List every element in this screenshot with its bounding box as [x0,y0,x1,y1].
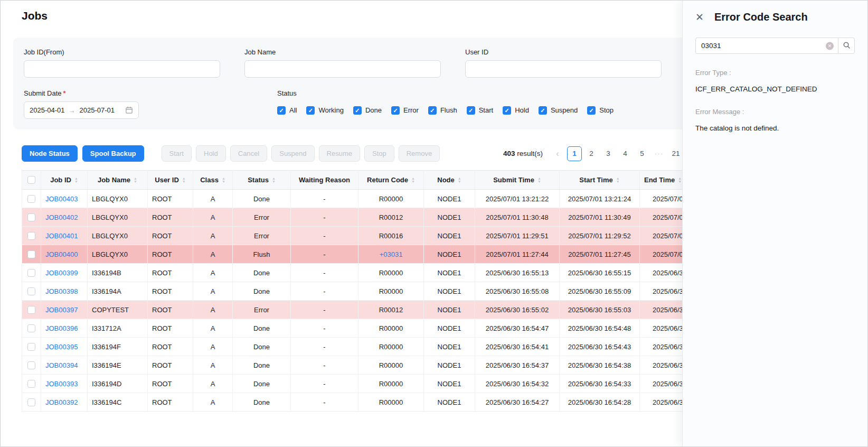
column-header-submit_time[interactable]: Submit Time▲▼ [475,171,560,190]
table-row[interactable]: JOB00396I331712AROOTADone-R00000NODE1202… [22,319,719,338]
row-checkbox[interactable] [27,361,35,369]
pagination-page-3[interactable]: 3 [601,146,616,161]
table-row[interactable]: JOB00400LBGLQYX0ROOTAFlush-+03031NODE120… [22,245,719,264]
pagination-prev-icon[interactable]: ‹ [550,146,565,161]
return-code-link[interactable]: +03031 [380,250,403,258]
cell-node: NODE1 [424,319,475,338]
job-id-link[interactable]: JOB00397 [45,306,78,314]
cell-job_id[interactable]: JOB00398 [41,282,88,301]
row-checkbox-cell [22,375,41,393]
cell-return_code[interactable]: +03031 [358,245,424,264]
cell-job_id[interactable]: JOB00403 [41,190,88,208]
column-header-job_id[interactable]: Job ID▲▼ [41,171,88,190]
select-all-checkbox[interactable] [27,176,35,184]
checkbox-checked-icon: ✓ [539,106,547,115]
job-id-input[interactable] [24,60,220,78]
table-row[interactable]: JOB00394I336194EROOTADone-R00000NODE1202… [22,356,719,375]
job-id-link[interactable]: JOB00395 [45,343,78,351]
job-id-link[interactable]: JOB00396 [45,324,78,332]
cell-job_id[interactable]: JOB00394 [41,356,88,375]
table-row[interactable]: JOB00401LBGLQYX0ROOTAError-R00016NODE120… [22,227,719,245]
column-header-return_code[interactable]: Return Code▲▼ [358,171,424,190]
row-checkbox[interactable] [27,343,35,351]
row-checkbox[interactable] [27,250,35,258]
column-header-user_id[interactable]: User ID▲▼ [148,171,193,190]
table-row[interactable]: JOB00393I336194DROOTADone-R00000NODE1202… [22,375,719,393]
submit-date-range-picker[interactable]: 2025-04-01 → 2025-07-01 [24,101,139,119]
cell-job_id[interactable]: JOB00400 [41,245,88,264]
pagination-ellipsis[interactable]: ··· [652,146,666,161]
status-checkbox-working[interactable]: ✓Working [306,106,343,115]
table-row[interactable]: JOB00392I336194CROOTADone-R00000NODE1202… [22,393,719,412]
user-id-input[interactable] [465,60,662,78]
pagination-page-21[interactable]: 21 [668,146,683,161]
cell-waiting_reason: - [291,227,358,245]
cell-job_id[interactable]: JOB00392 [41,393,88,412]
search-button[interactable] [838,38,855,54]
error-code-search-panel: ✕ Error Code Search ✕ Error Type : ICF_E… [682,1,867,446]
pagination-page-1[interactable]: 1 [567,146,582,161]
status-checkbox-all[interactable]: ✓All [277,106,297,115]
job-id-link[interactable]: JOB00401 [45,232,78,240]
pagination-page-2[interactable]: 2 [584,146,599,161]
spool-backup-button[interactable]: Spool Backup [82,145,144,162]
cell-class: A [193,208,233,227]
job-name-input[interactable] [244,60,441,78]
pagination-page-4[interactable]: 4 [618,146,633,161]
cell-waiting_reason: - [291,319,358,338]
column-header-class[interactable]: Class▲▼ [193,171,233,190]
job-id-link[interactable]: JOB00394 [45,361,78,369]
status-checkbox-error[interactable]: ✓Error [391,106,419,115]
status-checkbox-suspend[interactable]: ✓Suspend [539,106,578,115]
cell-status: Done [233,282,291,301]
cell-job_id[interactable]: JOB00397 [41,301,88,319]
job-id-link[interactable]: JOB00400 [45,250,78,258]
job-id-link[interactable]: JOB00392 [45,398,78,406]
table-row[interactable]: JOB00395I336194FROOTADone-R00000NODE1202… [22,338,719,356]
row-checkbox[interactable] [27,287,35,295]
status-checkbox-stop[interactable]: ✓Stop [587,106,614,115]
job-id-link[interactable]: JOB00398 [45,287,78,295]
job-id-link[interactable]: JOB00403 [45,195,78,203]
table-row[interactable]: JOB00402LBGLQYX0ROOTAError-R00012NODE120… [22,208,719,227]
close-icon[interactable]: ✕ [695,12,704,22]
row-checkbox[interactable] [27,324,35,332]
column-header-node[interactable]: Node▲▼ [424,171,475,190]
error-message-label: Error Message : [695,108,855,116]
table-row[interactable]: JOB00399I336194BROOTADone-R00000NODE1202… [22,264,719,282]
status-checkbox-hold[interactable]: ✓Hold [503,106,529,115]
column-header-status[interactable]: Status▲▼ [233,171,291,190]
cell-user_id: ROOT [148,245,193,264]
cell-job_id[interactable]: JOB00401 [41,227,88,245]
table-row[interactable]: JOB00398I336194AROOTADone-R00000NODE1202… [22,282,719,301]
table-row[interactable]: JOB00397COPYTESTROOTAError-R00012NODE120… [22,301,719,319]
cell-job_id[interactable]: JOB00396 [41,319,88,338]
column-header-start_time[interactable]: Start Time▲▼ [560,171,640,190]
row-checkbox[interactable] [27,306,35,314]
cell-job_id[interactable]: JOB00395 [41,338,88,356]
row-checkbox[interactable] [27,213,35,221]
job-id-link[interactable]: JOB00393 [45,380,78,388]
node-status-button[interactable]: Node Status [22,145,78,162]
checkbox-checked-icon: ✓ [306,106,315,115]
status-checkbox-start[interactable]: ✓Start [467,106,493,115]
row-checkbox[interactable] [27,398,35,406]
job-id-link[interactable]: JOB00399 [45,269,78,277]
row-checkbox[interactable] [27,380,35,388]
cell-job_id[interactable]: JOB00399 [41,264,88,282]
cell-job_id[interactable]: JOB00402 [41,208,88,227]
row-checkbox[interactable] [27,232,35,240]
cell-job_id[interactable]: JOB00393 [41,375,88,393]
table-row[interactable]: JOB00403LBGLQYX0ROOTADone-R00000NODE1202… [22,190,719,208]
job-id-link[interactable]: JOB00402 [45,213,78,221]
status-checkbox-label: Start [479,106,493,114]
status-checkbox-flush[interactable]: ✓Flush [428,106,457,115]
error-code-input[interactable] [695,38,838,54]
checkbox-checked-icon: ✓ [391,106,400,115]
row-checkbox[interactable] [27,195,35,203]
row-checkbox[interactable] [27,269,35,277]
column-header-job_name[interactable]: Job Name▲▼ [88,171,148,190]
pagination-page-5[interactable]: 5 [635,146,649,161]
clear-icon[interactable]: ✕ [826,42,834,50]
status-checkbox-done[interactable]: ✓Done [353,106,382,115]
